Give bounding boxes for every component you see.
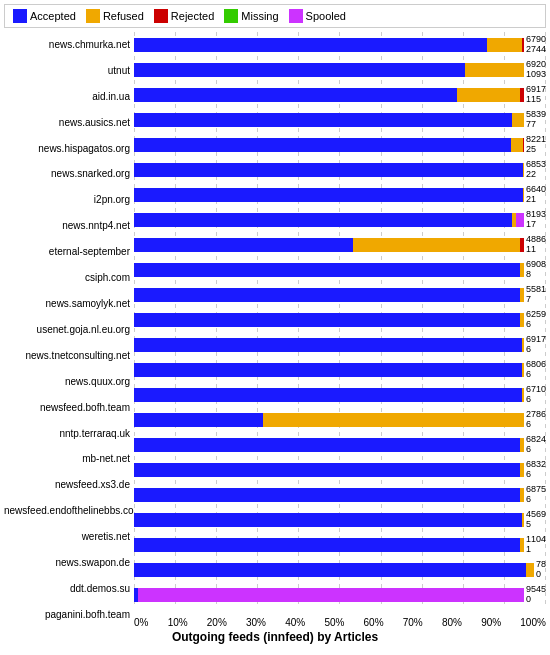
x-axis-label: 20% bbox=[207, 617, 227, 628]
y-label: i2pn.org bbox=[4, 195, 130, 205]
y-label: csiph.com bbox=[4, 273, 130, 283]
y-label: nntp.terraraq.uk bbox=[4, 429, 130, 439]
x-axis-label: 100% bbox=[520, 617, 546, 628]
bar-accepted bbox=[134, 538, 520, 552]
bar-refused bbox=[522, 363, 524, 377]
y-label: news.snarked.org bbox=[4, 169, 130, 179]
y-label: newsfeed.endofthelinebbs.com bbox=[4, 506, 130, 516]
rejected-color-box bbox=[154, 9, 168, 23]
bar-row: 5839 77 bbox=[134, 111, 546, 129]
legend-refused: Refused bbox=[86, 9, 144, 23]
bar-rejected bbox=[520, 88, 524, 102]
y-label: aid.in.ua bbox=[4, 92, 130, 102]
bar-numbers: 78 0 bbox=[536, 560, 546, 580]
bar-refused bbox=[522, 388, 524, 402]
bar-row: 6640 21 bbox=[134, 186, 546, 204]
bar-accepted bbox=[134, 563, 526, 577]
bar-refused bbox=[522, 338, 524, 352]
y-label: newsfeed.xs3.de bbox=[4, 480, 130, 490]
bar-row: 8193 17 bbox=[134, 211, 546, 229]
bar-accepted bbox=[134, 513, 522, 527]
bar-refused bbox=[465, 63, 524, 77]
bar-row: 4886 11 bbox=[134, 236, 546, 254]
bar-refused bbox=[520, 313, 524, 327]
y-label: usenet.goja.nl.eu.org bbox=[4, 325, 130, 335]
bar-accepted bbox=[134, 38, 487, 52]
bar-row: 1104 1 bbox=[134, 536, 546, 554]
legend-spooled-label: Spooled bbox=[306, 10, 346, 22]
bar-refused bbox=[522, 513, 524, 527]
bar-numbers: 5839 77 bbox=[526, 110, 546, 130]
bar-spooled bbox=[516, 213, 524, 227]
bar-refused bbox=[523, 188, 524, 202]
y-label: news.chmurka.net bbox=[4, 40, 130, 50]
x-axis-label: 10% bbox=[168, 617, 188, 628]
y-label: newsfeed.bofh.team bbox=[4, 403, 130, 413]
bar-accepted bbox=[134, 88, 457, 102]
legend-rejected: Rejected bbox=[154, 9, 214, 23]
bar-refused bbox=[520, 263, 524, 277]
bar-accepted bbox=[134, 288, 520, 302]
y-label: news.swapon.de bbox=[4, 558, 130, 568]
y-axis-labels: news.chmurka.netutnutaid.in.uanews.ausic… bbox=[4, 32, 134, 628]
legend: Accepted Refused Rejected Missing Spoole… bbox=[4, 4, 546, 28]
x-axis-label: 50% bbox=[324, 617, 344, 628]
bar-numbers: 6259 6 bbox=[526, 310, 546, 330]
x-axis-label: 80% bbox=[442, 617, 462, 628]
bar-row: 6824 6 bbox=[134, 436, 546, 454]
y-label: news.quux.org bbox=[4, 377, 130, 387]
bar-row: 78 0 bbox=[134, 561, 546, 579]
bar-spooled bbox=[138, 588, 524, 602]
bar-row: 6920 1093 bbox=[134, 61, 546, 79]
y-label: news.hispagatos.org bbox=[4, 144, 130, 154]
bar-refused bbox=[520, 463, 524, 477]
y-label: news.tnetconsulting.net bbox=[4, 351, 130, 361]
bar-accepted bbox=[134, 338, 522, 352]
bar-row: 6917 6 bbox=[134, 336, 546, 354]
bar-numbers: 9545 0 bbox=[526, 585, 546, 605]
legend-refused-label: Refused bbox=[103, 10, 144, 22]
y-label: paganini.bofh.team bbox=[4, 610, 130, 620]
bar-numbers: 6790 2744 bbox=[526, 35, 546, 55]
bar-numbers: 6917 6 bbox=[526, 335, 546, 355]
bar-accepted bbox=[134, 388, 522, 402]
bar-refused bbox=[512, 113, 524, 127]
x-axis-label: 40% bbox=[285, 617, 305, 628]
bar-row: 2786 6 bbox=[134, 411, 546, 429]
bar-refused bbox=[263, 413, 524, 427]
bar-numbers: 4886 11 bbox=[526, 235, 546, 255]
x-axis-labels: 0%10%20%30%40%50%60%70%80%90%100% bbox=[134, 617, 546, 628]
y-label: eternal-september bbox=[4, 247, 130, 257]
bar-numbers: 6875 6 bbox=[526, 485, 546, 505]
bar-rejected bbox=[522, 38, 524, 52]
bar-accepted bbox=[134, 263, 520, 277]
bar-numbers: 6920 1093 bbox=[526, 60, 546, 80]
bar-row: 9545 0 bbox=[134, 586, 546, 604]
bar-accepted bbox=[134, 113, 512, 127]
bar-row: 5581 7 bbox=[134, 286, 546, 304]
bar-accepted bbox=[134, 488, 520, 502]
bar-accepted bbox=[134, 63, 465, 77]
bar-accepted bbox=[134, 363, 522, 377]
bar-refused bbox=[457, 88, 520, 102]
refused-color-box bbox=[86, 9, 100, 23]
bar-row: 6832 6 bbox=[134, 461, 546, 479]
bar-refused bbox=[526, 563, 534, 577]
bar-refused bbox=[520, 538, 524, 552]
y-label: mb-net.net bbox=[4, 454, 130, 464]
y-label: weretis.net bbox=[4, 532, 130, 542]
y-label: utnut bbox=[4, 66, 130, 76]
x-axis-label: 0% bbox=[134, 617, 148, 628]
legend-accepted: Accepted bbox=[13, 9, 76, 23]
bar-numbers: 6832 6 bbox=[526, 460, 546, 480]
legend-rejected-label: Rejected bbox=[171, 10, 214, 22]
bar-row: 6259 6 bbox=[134, 311, 546, 329]
bar-accepted bbox=[134, 138, 511, 152]
bar-refused bbox=[353, 238, 520, 252]
bar-numbers: 6908 8 bbox=[526, 260, 546, 280]
y-label: news.nntp4.net bbox=[4, 221, 130, 231]
spooled-color-box bbox=[289, 9, 303, 23]
x-axis-label: 90% bbox=[481, 617, 501, 628]
bar-numbers: 6917 115 bbox=[526, 85, 546, 105]
legend-missing-label: Missing bbox=[241, 10, 278, 22]
